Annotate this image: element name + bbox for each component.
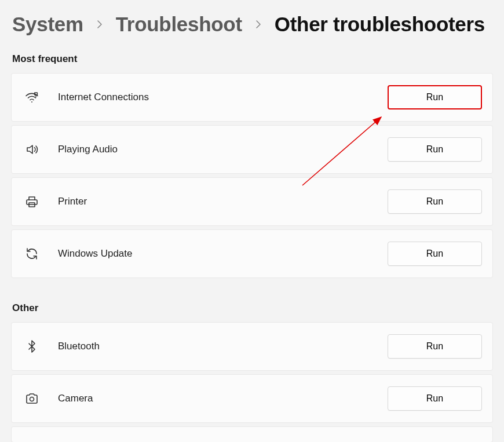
run-button-camera[interactable]: Run (388, 386, 482, 411)
row-windows-update: Windows Update Run (11, 229, 493, 278)
printer-icon (23, 193, 41, 210)
row-cutoff (11, 426, 493, 442)
row-camera: Camera Run (11, 374, 493, 423)
breadcrumb-system[interactable]: System (12, 13, 83, 36)
frequent-list: Internet Connections Run Playing Audio R… (0, 73, 504, 278)
breadcrumb: System Troubleshoot Other troubleshooter… (0, 0, 504, 36)
row-label: Playing Audio (58, 144, 118, 155)
wifi-icon (23, 89, 41, 106)
row-internet-connections: Internet Connections Run (11, 73, 493, 122)
chevron-right-icon (254, 20, 263, 29)
row-printer: Printer Run (11, 177, 493, 226)
row-playing-audio: Playing Audio Run (11, 125, 493, 174)
row-label: Bluetooth (58, 341, 100, 352)
bluetooth-icon (23, 338, 41, 355)
breadcrumb-troubleshoot[interactable]: Troubleshoot (116, 13, 242, 36)
section-header-other: Other (0, 278, 504, 322)
row-label: Printer (58, 196, 87, 207)
speaker-icon (23, 141, 41, 158)
row-bluetooth: Bluetooth Run (11, 322, 493, 371)
other-list: Bluetooth Run Camera Run (0, 322, 504, 442)
row-label: Windows Update (58, 248, 133, 260)
run-button-update[interactable]: Run (388, 242, 482, 266)
run-button-audio[interactable]: Run (388, 137, 482, 162)
run-button-bluetooth[interactable]: Run (388, 334, 482, 359)
row-label: Camera (58, 393, 93, 404)
camera-icon (23, 390, 41, 407)
sync-icon (23, 245, 41, 262)
chevron-right-icon (95, 20, 104, 29)
page-title: Other troubleshooters (275, 13, 485, 36)
section-header-frequent: Most frequent (0, 36, 504, 73)
svg-point-5 (30, 397, 34, 401)
svg-point-0 (31, 101, 32, 103)
svg-rect-3 (27, 200, 37, 204)
row-label: Internet Connections (58, 92, 149, 103)
run-button-internet[interactable]: Run (388, 85, 482, 109)
run-button-printer[interactable]: Run (388, 189, 482, 214)
